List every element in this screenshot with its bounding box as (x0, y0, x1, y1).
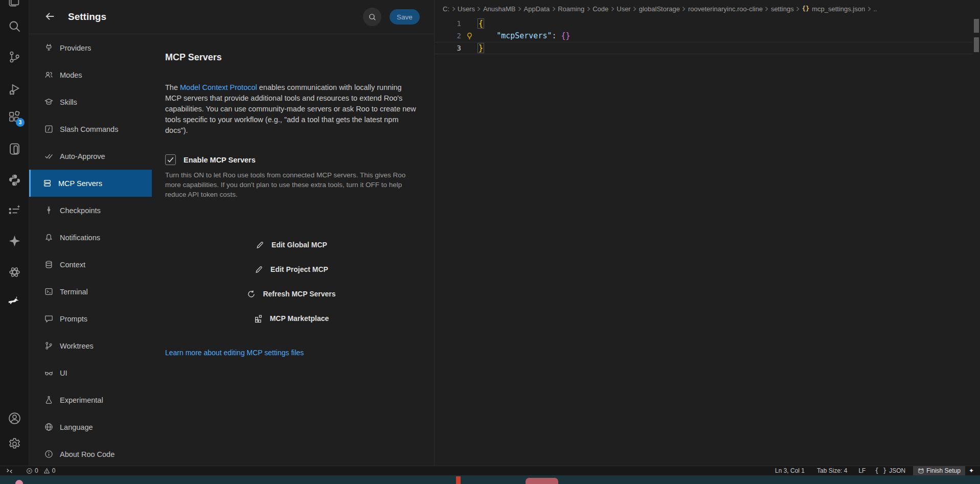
glasses-icon (44, 368, 53, 377)
remote-icon (6, 468, 13, 474)
code-line-3[interactable]: 3 } (435, 42, 973, 54)
source-control-icon[interactable] (8, 50, 21, 64)
branch-icon (44, 341, 53, 350)
tab-size[interactable]: Tab Size: 4 (813, 466, 851, 475)
chevron-right-icon (516, 6, 523, 12)
strip-red-sliver (456, 476, 461, 484)
refresh-mcp-servers-button[interactable]: Refresh MCP Servers (165, 287, 418, 301)
settings-header: Settings Save (29, 0, 434, 34)
code-line-2[interactable]: 2 "mcpServers": {} (435, 30, 973, 42)
commit-icon (44, 206, 53, 215)
account-icon[interactable] (8, 411, 21, 425)
mcp-buttons: Edit Global MCP Edit Project MCP Refresh… (165, 238, 418, 326)
status-bar-right: Ln 3, Col 1 Tab Size: 4 LF { } JSON Fini… (771, 466, 980, 475)
editor-scrollbar[interactable] (973, 17, 980, 466)
chevron-right-icon (794, 6, 802, 12)
python-icon[interactable] (8, 173, 21, 187)
nav-item-language[interactable]: Language (29, 413, 152, 441)
terminal-icon (44, 287, 53, 296)
run-debug-icon[interactable] (8, 82, 21, 96)
nav-item-modes[interactable]: Modes (29, 61, 152, 88)
back-arrow-icon[interactable] (44, 11, 57, 23)
settings-search-button[interactable] (363, 8, 381, 26)
nav-item-ui[interactable]: UI (29, 359, 152, 386)
globe-icon (44, 423, 53, 431)
breadcrumb-item[interactable]: Roaming (558, 5, 584, 13)
roo-settings-panel: Settings Save Providers Modes (29, 0, 435, 466)
lightbulb-icon[interactable] (461, 32, 478, 40)
nav-item-worktrees[interactable]: Worktrees (29, 332, 152, 359)
edit-global-mcp-button[interactable]: Edit Global MCP (165, 238, 418, 252)
code-area[interactable]: 1 { 2 "mcpServers": {} 3 } (435, 17, 973, 466)
todo-list-icon[interactable] (8, 204, 21, 218)
scrollbar-thumb[interactable] (974, 19, 979, 33)
breadcrumb-item[interactable]: User (617, 5, 630, 13)
breadcrumb-item-symbol[interactable]: .. (873, 5, 877, 13)
chevron-right-icon (609, 6, 616, 12)
breadcrumb-item[interactable]: AppData (524, 5, 550, 13)
save-button[interactable]: Save (390, 9, 420, 25)
line-number[interactable]: 3 (435, 44, 461, 52)
model-context-protocol-link[interactable]: Model Context Protocol (180, 83, 257, 91)
nav-item-mcp-servers[interactable]: MCP Servers (29, 170, 152, 197)
pencil-icon (256, 241, 264, 249)
nav-item-context[interactable]: Context (29, 251, 152, 278)
section-heading: MCP Servers (165, 52, 418, 63)
finish-setup-button[interactable]: Finish Setup (913, 466, 965, 475)
mcp-marketplace-button[interactable]: MCP Marketplace (165, 311, 418, 326)
chevron-right-icon (680, 6, 688, 12)
breadcrumb-item[interactable]: globalStorage (639, 5, 680, 13)
nav-item-notifications[interactable]: Notifications (29, 224, 152, 251)
code-line-1[interactable]: 1 { (435, 17, 973, 30)
nav-item-providers[interactable]: Providers (29, 34, 152, 61)
people-icon (44, 71, 53, 79)
breadcrumb-item[interactable]: AnushaMB (483, 5, 516, 13)
breadcrumb-item[interactable]: Users (458, 5, 475, 13)
extensions-icon[interactable]: 3 (8, 110, 21, 124)
chevron-right-icon (550, 6, 557, 12)
line-number[interactable]: 1 (435, 19, 461, 28)
nav-item-checkpoints[interactable]: Checkpoints (29, 197, 152, 224)
nav-item-about[interactable]: About Roo Code (29, 441, 152, 468)
editor: C: Users AnushaMB AppData Roaming Code U… (435, 0, 980, 466)
settings-nav: Providers Modes Skills Slash Commands (29, 34, 152, 466)
comment-icon (44, 314, 53, 323)
cursor-position[interactable]: Ln 3, Col 1 (771, 466, 808, 475)
roo-kangaroo-icon[interactable] (8, 292, 21, 306)
info-icon (44, 450, 53, 458)
nav-item-terminal[interactable]: Terminal (29, 278, 152, 305)
mcp-servers-section: MCP Servers The Model Context Protocol e… (152, 34, 434, 466)
breadcrumb-item[interactable]: C: (443, 5, 449, 13)
office-icon[interactable] (8, 142, 21, 156)
files-icon[interactable] (8, 0, 21, 8)
openai-icon[interactable] (8, 265, 21, 279)
breadcrumb-item[interactable]: settings (771, 5, 794, 13)
marketplace-grid-icon (254, 314, 263, 323)
sparkle-icon[interactable] (8, 234, 21, 248)
scrollbar-thumb[interactable] (974, 37, 979, 52)
nav-item-experimental[interactable]: Experimental (29, 386, 152, 413)
status-bar-left: 0 0 (0, 466, 59, 475)
edit-project-mcp-button[interactable]: Edit Project MCP (165, 262, 418, 276)
language-mode[interactable]: { } JSON (871, 466, 909, 475)
breadcrumb: C: Users AnushaMB AppData Roaming Code U… (435, 0, 980, 17)
breadcrumb-item[interactable]: rooveterinaryinc.roo-cline (688, 5, 763, 13)
sparkle-icon[interactable]: ✦ (965, 466, 980, 475)
enable-mcp-checkbox[interactable] (165, 154, 176, 165)
section-description: The Model Context Protocol enables commu… (165, 82, 418, 136)
breadcrumb-item[interactable]: Code (592, 5, 608, 13)
search-icon[interactable] (8, 19, 21, 33)
settings-gear-icon[interactable] (8, 437, 21, 451)
chevron-right-icon (585, 6, 592, 12)
eol-indicator[interactable]: LF (855, 466, 869, 475)
remote-indicator[interactable] (0, 466, 16, 475)
problems-indicator[interactable]: 0 0 (22, 466, 59, 475)
learn-more-link[interactable]: Learn more about editing MCP settings fi… (165, 349, 418, 357)
json-key-token: "mcpServers" (496, 31, 552, 40)
nav-item-slash-commands[interactable]: Slash Commands (29, 116, 152, 143)
line-number[interactable]: 2 (435, 32, 461, 40)
nav-item-auto-approve[interactable]: Auto-Approve (29, 143, 152, 170)
breadcrumb-item-file[interactable]: mcp_settings.json (812, 5, 865, 13)
nav-item-skills[interactable]: Skills (29, 88, 152, 116)
nav-item-prompts[interactable]: Prompts (29, 305, 152, 332)
